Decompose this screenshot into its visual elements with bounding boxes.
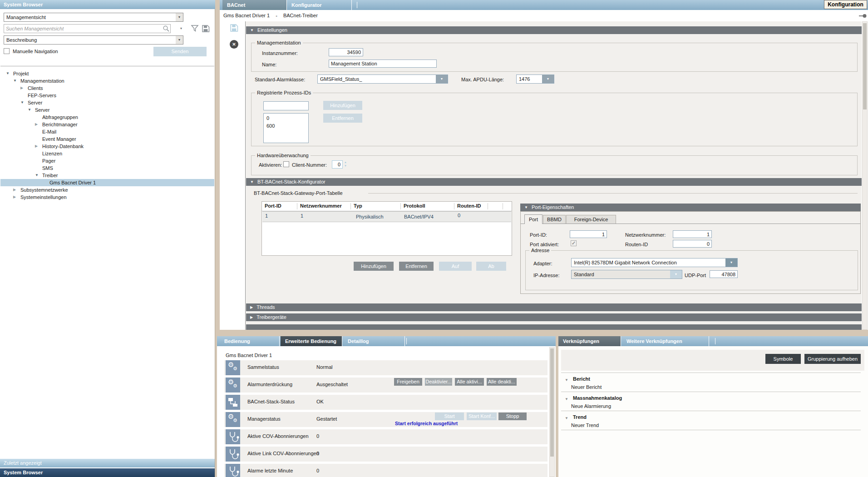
tab-bbmd[interactable]: BBMD <box>543 215 566 224</box>
expand-icon[interactable]: ▶ <box>250 303 253 311</box>
column-header[interactable]: Port-ID <box>265 203 281 209</box>
table-add-button[interactable]: Hinzufügen <box>354 262 394 271</box>
recently-shown-bar[interactable]: Zuletzt angezeigt <box>0 459 215 467</box>
expander-icon[interactable]: ▼ <box>6 70 10 77</box>
tree-item[interactable]: ▶Berichtmanager <box>0 121 214 128</box>
collapse-icon[interactable]: ▼ <box>250 178 254 186</box>
symbole-button[interactable]: Symbole <box>765 354 801 364</box>
link-item[interactable]: Neue Alarmierung <box>571 403 611 409</box>
collapse-icon[interactable]: ▼ <box>565 397 568 401</box>
expander-icon[interactable]: ▶ <box>20 84 23 92</box>
filter-icon[interactable] <box>191 25 199 34</box>
tree-item[interactable]: FEP-Servers <box>0 92 214 99</box>
link-group-header[interactable]: Trend <box>573 414 587 420</box>
collapse-icon[interactable]: ▼ <box>250 26 254 34</box>
link-item[interactable]: Neuer Trend <box>571 422 599 428</box>
expander-icon[interactable]: ▼ <box>13 77 17 84</box>
name-field[interactable] <box>329 60 437 68</box>
prozess-id-input[interactable] <box>263 101 309 110</box>
section-header-bt-stack[interactable]: ▼BT-BACnet-Stack-Konfigurator <box>246 178 862 186</box>
tab-bacnet[interactable]: BACnet <box>222 0 287 10</box>
section-header-treibergeraete[interactable]: ▶Treibergeräte <box>246 313 862 321</box>
save-search-icon[interactable] <box>202 25 210 34</box>
apdu-select[interactable]: 1476 ▼ <box>516 75 554 84</box>
tree-item[interactable]: Lizenzen <box>0 150 214 157</box>
tab-detaillog[interactable]: Detaillog <box>343 336 405 346</box>
table-row-selected[interactable]: 1 1 Physikalisch BACnet/IPV4 0 <box>262 211 511 222</box>
search-input[interactable] <box>4 24 171 33</box>
instanznummer-field[interactable] <box>329 48 363 56</box>
adapter-select[interactable]: Intel(R) 82578DM Gigabit Network Connect… <box>571 258 738 267</box>
chevron-down-icon[interactable]: ▼ <box>176 13 183 21</box>
routen-id-field[interactable] <box>673 240 712 248</box>
udp-port-field[interactable] <box>710 270 738 278</box>
alarmklasse-select[interactable]: GMSField_Status_ ▼ <box>317 75 448 84</box>
tree-item[interactable]: E-Mail <box>0 128 214 135</box>
form-scrollbar[interactable] <box>862 21 868 330</box>
prozess-remove-button[interactable]: Entfernen <box>323 114 362 123</box>
description-select[interactable]: Beschreibung ▼ <box>4 35 183 45</box>
expander-icon[interactable]: ▶ <box>13 186 16 194</box>
gruppierung-aufheben-button[interactable]: Gruppierung aufheben <box>804 354 861 364</box>
chevron-down-icon[interactable]: ▼ <box>725 258 737 267</box>
tab-weitere-verknuepfungen[interactable]: Weitere Verknüpfungen <box>622 336 709 346</box>
table-down-button[interactable]: Ab <box>476 262 506 271</box>
tree-item[interactable]: ▼Managementstation <box>0 77 214 84</box>
tree-item[interactable]: ▶Clients <box>0 84 214 92</box>
search-icon[interactable] <box>163 25 170 33</box>
tab-erweiterte-bedienung[interactable]: Erweiterte Bedienung <box>281 336 342 346</box>
link-item[interactable]: Neuer Bericht <box>571 384 602 390</box>
section-header-port-eigenschaften[interactable]: ▼Port-Eigenschaften <box>520 204 861 211</box>
expand-icon[interactable]: ▶ <box>250 313 253 321</box>
port-aktiviert-checkbox[interactable]: ✓ <box>571 240 577 246</box>
collapse-icon[interactable]: ▼ <box>524 204 528 211</box>
stopp-button[interactable]: Stopp <box>498 412 527 420</box>
table-remove-button[interactable]: Entfernen <box>399 262 434 271</box>
manual-navigation-checkbox[interactable] <box>4 48 10 54</box>
breadcrumb-primary[interactable]: Gms Bacnet Driver 1 <box>223 13 270 18</box>
operation-scrollbar[interactable] <box>549 347 555 477</box>
chevron-down-icon[interactable]: ▼ <box>176 36 183 44</box>
expander-icon[interactable]: ▼ <box>35 172 39 179</box>
chevron-down-icon[interactable]: ▼ <box>436 75 448 83</box>
netzwerknummer-field[interactable] <box>673 230 712 238</box>
spinner-up-icon[interactable]: ▲ <box>344 161 347 164</box>
view-select[interactable]: Managementsicht ▼ <box>4 13 183 22</box>
aktivieren-checkbox[interactable] <box>283 161 289 167</box>
column-header[interactable]: Netzwerknummer <box>300 203 342 209</box>
tree-item[interactable]: Pager <box>0 157 214 164</box>
port-id-field[interactable] <box>570 230 607 238</box>
tree-item[interactable]: Event Manager <box>0 135 214 143</box>
tree-item[interactable]: ▼Server <box>0 99 214 106</box>
konfiguration-mode-button[interactable]: Konfiguration <box>824 0 867 9</box>
tab-konfigurator[interactable]: Konfigurator <box>287 0 352 10</box>
close-icon[interactable]: ✕ <box>230 40 238 49</box>
tree-item[interactable]: Abfragegruppen <box>0 114 214 121</box>
expander-icon[interactable]: ▼ <box>28 106 31 114</box>
system-browser-bottom-bar[interactable]: System Browser <box>0 468 215 477</box>
column-header[interactable]: Protokoll <box>404 203 425 209</box>
tree-item[interactable]: ▼Server <box>0 106 214 114</box>
section-header-threads[interactable]: ▶Threads <box>246 303 862 311</box>
column-header[interactable]: Routen-ID <box>457 203 481 209</box>
expander-icon[interactable]: ▶ <box>35 121 38 128</box>
tab-port[interactable]: Port <box>524 214 542 224</box>
tree-item[interactable]: ▶History-Datenbank <box>0 143 214 150</box>
search-chevron-down-icon[interactable]: ▼ <box>178 24 184 33</box>
tab-foreign-device[interactable]: Foreign-Device <box>566 215 616 224</box>
tab-verknuepfungen[interactable]: Verknüpfungen <box>558 336 621 346</box>
alle-deaktivieren-button[interactable]: Alle deakti... <box>487 378 517 386</box>
link-group-header[interactable]: Massnahmenkatalog <box>573 395 622 401</box>
tree-item[interactable]: ▼Projekt <box>0 70 214 77</box>
prozess-id-list[interactable]: 0 600 <box>263 113 309 143</box>
client-nummer-field[interactable] <box>332 160 343 169</box>
column-header[interactable]: Typ <box>354 203 362 209</box>
table-up-button[interactable]: Auf <box>439 262 472 271</box>
tab-bedienung[interactable]: Bedienung <box>220 336 280 346</box>
send-button[interactable]: Senden <box>153 47 207 56</box>
pin-icon[interactable] <box>859 13 867 20</box>
tree-item-selected[interactable]: Gms Bacnet Driver 1 <box>0 179 214 186</box>
save-icon[interactable] <box>230 24 238 33</box>
list-item[interactable]: 0 <box>264 114 308 122</box>
tree-item[interactable]: ▶Systemeinstellungen <box>0 194 214 201</box>
